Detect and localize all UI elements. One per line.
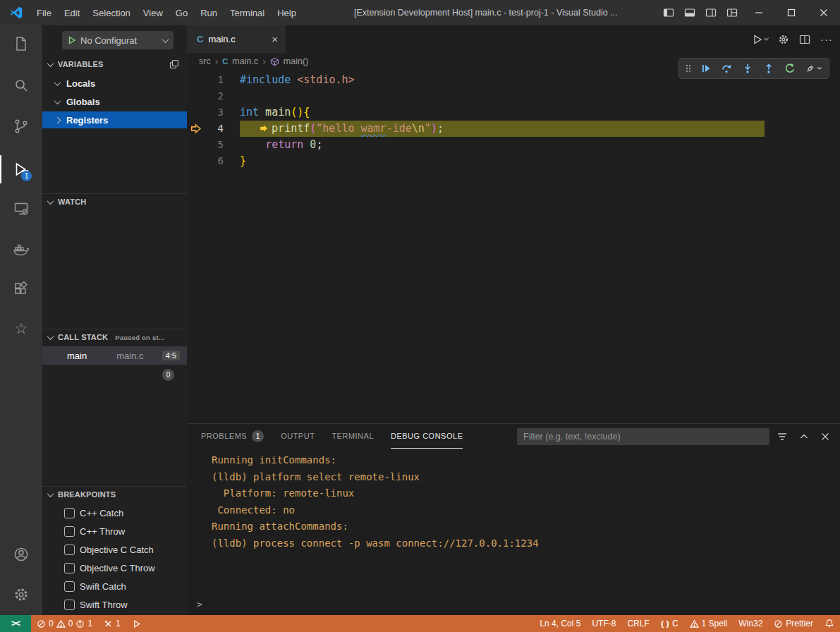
breadcrumb-file[interactable]: main.c: [232, 56, 258, 66]
breakpoint-checkbox[interactable]: [64, 563, 75, 573]
platform-status[interactable]: Win32: [733, 615, 768, 632]
step-over-button[interactable]: [718, 60, 736, 77]
menu-file[interactable]: File: [30, 5, 58, 21]
source-control-icon[interactable]: [13, 118, 30, 135]
tab-output[interactable]: OUTPUT: [281, 424, 315, 449]
extensions-icon[interactable]: [13, 281, 30, 298]
variables-item-globals[interactable]: Globals: [42, 93, 187, 110]
stack-frame-arrow-icon[interactable]: [190, 123, 202, 135]
remote-indicator[interactable]: ><: [0, 615, 31, 632]
toggle-sidebar-icon[interactable]: [658, 0, 679, 25]
start-debug-icon[interactable]: [68, 36, 76, 44]
console-filter-input[interactable]: [517, 428, 769, 445]
breadcrumb-folder[interactable]: src: [199, 56, 211, 66]
toggle-secondary-sidebar-icon[interactable]: [700, 0, 722, 25]
code-line[interactable]: 2: [187, 88, 840, 104]
breakpoint-row[interactable]: Swift Catch: [42, 577, 187, 595]
breakpoint-row[interactable]: Swift Throw: [42, 595, 187, 614]
cursor-position-status[interactable]: Ln 4, Col 5: [534, 615, 586, 632]
close-panel-icon[interactable]: [820, 432, 830, 442]
variables-section-header[interactable]: VARIABLES: [42, 56, 187, 72]
breakpoint-row[interactable]: Objective C Throw: [42, 559, 187, 577]
favorites-star-icon[interactable]: ☆: [13, 320, 30, 337]
run-or-debug-button[interactable]: [752, 34, 768, 45]
formatter-status[interactable]: Prettier: [768, 615, 819, 632]
code-line[interactable]: 5 return 0;: [187, 137, 840, 153]
close-tab-icon[interactable]: ×: [272, 33, 278, 45]
variables-item-locals[interactable]: Locals: [42, 75, 187, 92]
debug-session-status[interactable]: [126, 615, 147, 632]
thread-count-badge: 0: [162, 369, 174, 381]
breakpoint-row[interactable]: Objective C Catch: [42, 540, 187, 559]
console-input-prompt[interactable]: >: [197, 599, 202, 609]
vscode-window: File Edit Selection View Go Run Terminal…: [0, 0, 840, 632]
settings-gear-icon[interactable]: [13, 586, 30, 603]
breakpoint-checkbox[interactable]: [64, 581, 75, 592]
chevron-down-icon: [764, 36, 769, 41]
code-line[interactable]: 3 int main(){: [187, 104, 840, 121]
menu-view[interactable]: View: [137, 5, 169, 21]
explorer-icon[interactable]: [13, 35, 30, 52]
console-line: (lldb) platform select remote-linux: [187, 469, 840, 486]
tab-problems[interactable]: PROBLEMS 1: [201, 424, 264, 449]
continue-button[interactable]: [697, 60, 715, 77]
tab-debug-console[interactable]: DEBUG CONSOLE: [391, 424, 463, 449]
breakpoints-section-header[interactable]: BREAKPOINTS: [42, 487, 187, 502]
maximize-panel-icon[interactable]: [799, 432, 809, 442]
docker-icon[interactable]: [13, 241, 30, 257]
menu-help[interactable]: Help: [271, 5, 303, 21]
code-line-current[interactable]: 4 printf("hello wamr-ide\n");: [187, 121, 840, 137]
debug-start-icon: [132, 619, 141, 628]
accounts-icon[interactable]: [13, 546, 30, 563]
filter-list-icon[interactable]: [777, 431, 788, 442]
split-editor-icon[interactable]: [799, 34, 810, 45]
breakpoint-checkbox[interactable]: [64, 545, 75, 555]
restart-button[interactable]: [781, 60, 799, 77]
toggle-panel-icon[interactable]: [679, 0, 700, 25]
problems-status[interactable]: 0 0 1: [31, 615, 98, 632]
breakpoint-row[interactable]: C++ Catch: [42, 504, 187, 522]
circle-slash-icon: [774, 619, 783, 628]
tab-terminal[interactable]: TERMINAL: [331, 424, 374, 449]
stack-frame-row[interactable]: main main.c 4:5: [42, 346, 187, 365]
breakpoint-row[interactable]: C++ Throw: [42, 522, 187, 540]
close-window-button[interactable]: [808, 0, 840, 25]
tab-main-c[interactable]: C main.c ×: [187, 25, 286, 53]
menu-selection[interactable]: Selection: [86, 5, 136, 21]
step-into-button[interactable]: [738, 60, 757, 77]
line-number: 3: [201, 104, 224, 121]
disconnect-button[interactable]: [801, 60, 825, 77]
menu-run[interactable]: Run: [194, 5, 224, 21]
variables-item-registers[interactable]: Registers: [42, 111, 187, 128]
menu-go[interactable]: Go: [169, 5, 194, 21]
editor-settings-gear-icon[interactable]: [778, 34, 789, 45]
notifications-status[interactable]: [819, 615, 840, 632]
call-stack-section-header[interactable]: CALL STACK Paused on st...: [42, 329, 187, 345]
minimize-button[interactable]: [743, 0, 775, 25]
menu-terminal[interactable]: Terminal: [224, 5, 271, 21]
token-string-misspelled: wamr: [361, 122, 386, 135]
debug-config-dropdown[interactable]: No Configurat: [62, 31, 174, 49]
menu-edit[interactable]: Edit: [58, 5, 86, 21]
eol-status[interactable]: CRLF: [621, 615, 655, 632]
language-mode-status[interactable]: { } C: [655, 615, 684, 632]
search-icon[interactable]: [13, 77, 30, 94]
breakpoint-checkbox[interactable]: [64, 600, 75, 610]
breakpoint-checkbox[interactable]: [64, 526, 75, 537]
customize-layout-icon[interactable]: [722, 0, 743, 25]
watch-section-header[interactable]: WATCH: [42, 194, 187, 209]
maximize-button[interactable]: [775, 0, 808, 25]
remote-explorer-icon[interactable]: [13, 200, 30, 217]
breakpoint-label: Swift Catch: [80, 581, 126, 592]
views-copy-icon[interactable]: [169, 59, 179, 69]
code-line[interactable]: 6 }: [187, 153, 840, 169]
more-actions-icon[interactable]: ···: [820, 33, 833, 45]
breakpoint-checkbox[interactable]: [64, 508, 75, 518]
console-line: Connected: no: [187, 502, 840, 519]
encoding-status[interactable]: UTF-8: [586, 615, 621, 632]
gripper-icon[interactable]: [683, 60, 694, 77]
breadcrumb-symbol[interactable]: main(): [284, 56, 308, 66]
step-out-button[interactable]: [760, 60, 778, 77]
spell-checker-status[interactable]: 1 Spell: [684, 615, 734, 632]
tasks-status[interactable]: 1: [98, 615, 126, 632]
